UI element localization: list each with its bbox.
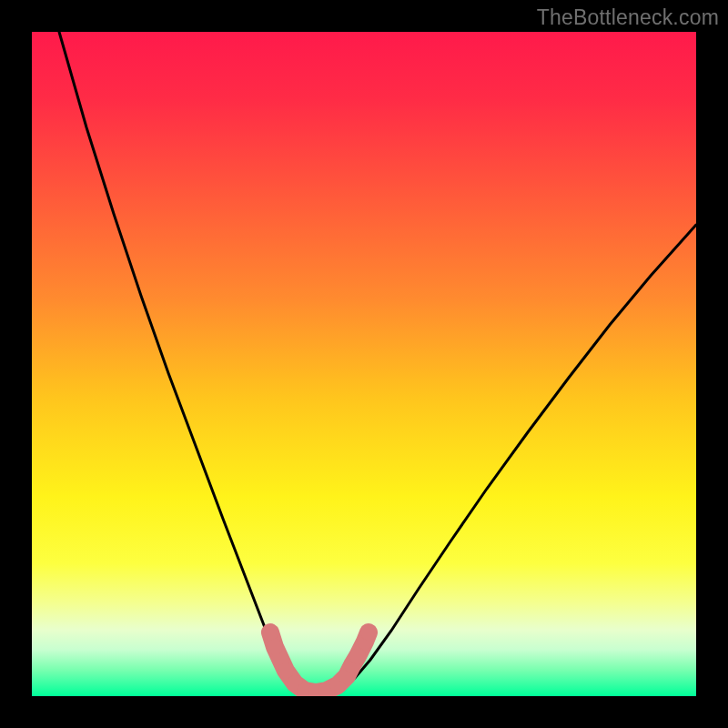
chart-frame: TheBottleneck.com xyxy=(0,0,728,728)
watermark-text: TheBottleneck.com xyxy=(537,5,719,30)
plot-area xyxy=(32,32,696,696)
left-curve xyxy=(59,32,316,696)
highlight-dot xyxy=(349,648,366,664)
curve-layer xyxy=(32,32,696,696)
highlight-dot xyxy=(267,639,283,655)
highlight-dot xyxy=(262,624,278,641)
highlight-dot xyxy=(360,624,377,641)
